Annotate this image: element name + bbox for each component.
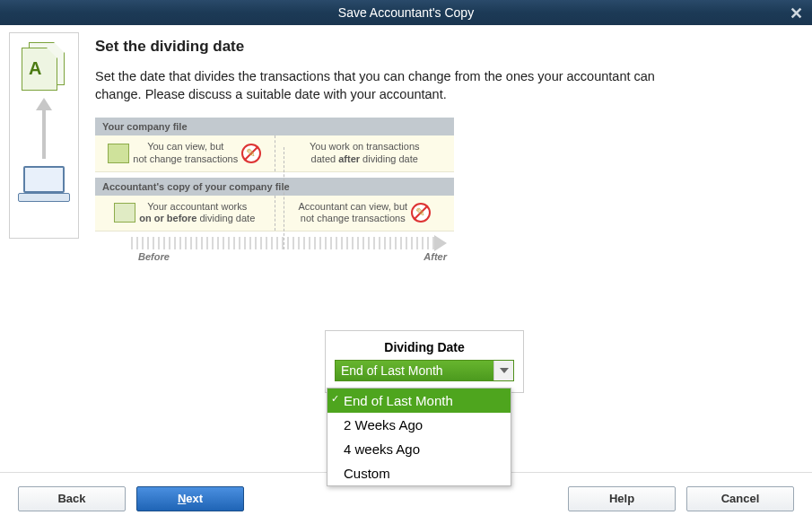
diagram-company-left: You can view, but not change transaction… <box>95 135 275 171</box>
diagram-acct-left: Your accountant works on or before divid… <box>95 196 275 231</box>
diagram-company-right-text: You work on transactions dated after div… <box>310 141 420 166</box>
up-arrow-icon <box>38 96 50 159</box>
window-title: Save Accountant's Copy <box>338 5 474 20</box>
dividing-diagram: Your company file You can view, but not … <box>95 118 454 258</box>
timeline-ruler: Before After <box>95 237 454 258</box>
page-description: Set the date that divides the transactio… <box>95 68 687 103</box>
help-button[interactable]: Help <box>568 486 676 511</box>
chevron-down-icon <box>500 368 509 373</box>
no-edit-icon <box>241 144 261 163</box>
dividing-date-select[interactable]: End of Last Month <box>335 360 514 381</box>
diagram-company-left-text: You can view, but not change transaction… <box>133 141 238 166</box>
dropdown-option[interactable]: End of Last Month <box>327 389 511 413</box>
dropdown-option[interactable]: Custom <box>327 461 511 485</box>
company-file-icon <box>108 144 129 163</box>
diagram-acct-header: Accountant's copy of your company file <box>95 178 454 196</box>
no-edit-icon <box>411 203 431 223</box>
diagram-acct-right: Accountant can view, but not change tran… <box>275 196 455 231</box>
diagram-acct-right-text: Accountant can view, but not change tran… <box>298 201 407 226</box>
title-bar: Save Accountant's Copy ✕ <box>0 0 812 25</box>
diagram-company-right: You work on transactions dated after div… <box>275 135 455 171</box>
timeline-after-label: After <box>423 251 447 262</box>
wizard-illustration: A <box>9 32 79 239</box>
back-button[interactable]: Back <box>18 486 126 511</box>
dropdown-toggle-button[interactable] <box>493 361 513 380</box>
dividing-date-selected: End of Last Month <box>336 361 493 380</box>
accountant-file-icon: A <box>20 40 68 89</box>
diagram-acct-left-text: Your accountant works on or before divid… <box>139 201 255 226</box>
dropdown-option[interactable]: 2 Weeks Ago <box>327 413 511 437</box>
dropdown-option[interactable]: 4 weeks Ago <box>327 437 511 461</box>
timeline-before-label: Before <box>138 251 170 262</box>
page-heading: Set the dividing date <box>95 38 803 56</box>
next-button[interactable]: Next <box>136 486 244 511</box>
close-icon[interactable]: ✕ <box>790 4 803 23</box>
dividing-date-label: Dividing Date <box>335 340 514 354</box>
dividing-date-dropdown-list[interactable]: End of Last Month 2 Weeks Ago 4 weeks Ag… <box>327 388 511 486</box>
dividing-date-panel: Dividing Date End of Last Month <box>325 330 524 393</box>
cancel-button[interactable]: Cancel <box>686 486 794 511</box>
accountant-copy-icon <box>114 203 135 223</box>
laptop-icon <box>16 166 72 205</box>
diagram-company-header: Your company file <box>95 118 454 135</box>
